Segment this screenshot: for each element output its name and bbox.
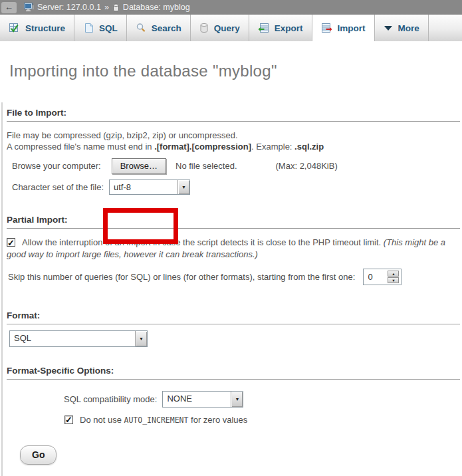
tab-label: Structure [25,23,65,33]
breadcrumb-database[interactable]: Database: myblog [123,3,190,12]
structure-icon [9,23,20,33]
skip-queries-row: Skip this number of queries (for SQL) or… [8,269,462,285]
left-border-rule [1,102,3,476]
browse-file-row: Browse your computer: Browse… No file se… [12,158,462,174]
format-heading: Format: [7,310,460,324]
tab-import[interactable]: Import [312,15,375,41]
tab-export[interactable]: Export [249,15,312,41]
breadcrumb-bar: ← Server: 127.0.0.1 » Database: myblog [0,0,462,15]
charset-select[interactable]: utf-8 ▼ [109,179,190,195]
chevron-down-icon [384,25,393,31]
tab-label: More [398,23,419,33]
sql-compatibility-select[interactable]: NONE ▼ [162,391,243,408]
import-icon [321,23,332,33]
page-title: Importing into the database "myblog" [9,61,462,81]
import-page-content: Importing into the database "myblog" Fil… [0,61,462,465]
sql-icon [83,23,94,33]
breadcrumb-separator: » [104,3,109,12]
sql-compatibility-row: SQL compatibility mode: NONE ▼ [64,391,462,408]
sql-compatibility-select-arrow-icon: ▼ [231,392,243,407]
browse-label: Browse your computer: [12,161,101,171]
allow-interrupt-text: Allow the interruption of an import in c… [22,237,384,247]
tab-label: Query [214,23,240,33]
tab-label: Import [338,23,366,33]
format-select-value: SQL [10,331,135,346]
skip-queries-label: Skip this number of queries (for SQL) or… [8,272,355,282]
compression-line2-prefix: A compressed file's name must end in [7,142,154,152]
compression-example: .sql.zip [294,142,324,152]
partial-import-heading: Partial Import: [7,215,460,229]
format-select-arrow-icon: ▼ [135,331,147,346]
tab-structure[interactable]: Structure [0,15,74,41]
breadcrumb-server[interactable]: Server: 127.0.0.1 [37,3,101,12]
sql-compatibility-label: SQL compatibility mode: [64,394,157,404]
auto-increment-prefix: Do not use [80,415,124,425]
database-icon [112,3,120,12]
sql-compatibility-select-value: NONE [163,392,231,407]
file-to-import-heading: File to Import: [7,108,460,122]
query-icon [199,23,209,33]
compression-line1: File may be compressed (gzip, bzip2, zip… [7,130,238,140]
skip-queries-input[interactable]: 0 ▲ ▼ [363,269,402,285]
auto-increment-checkbox[interactable] [64,416,73,424]
auto-increment-label: Do not use AUTO_INCREMENT for zero value… [80,415,247,425]
tab-label: SQL [99,23,118,33]
no-file-selected-text: No file selected. [175,161,237,171]
browse-button[interactable]: Browse… [112,158,166,174]
format-select[interactable]: SQL ▼ [9,330,148,347]
charset-select-value: utf-8 [110,180,177,194]
tab-more[interactable]: More [375,15,429,41]
charset-row: Character set of the file: utf-8 ▼ [12,179,462,195]
compression-pattern: .[format].[compression] [154,142,251,152]
tab-bar: Structure SQL Search Query [0,15,462,41]
go-button[interactable]: Go [20,445,57,465]
max-upload-size-text: (Max: 2,048KiB) [276,161,338,171]
skip-queries-value: 0 [366,272,372,282]
tab-label: Search [152,23,181,33]
search-icon [136,23,146,33]
tab-sql[interactable]: SQL [74,15,127,41]
compression-line2-mid: . Example: [251,142,294,152]
charset-select-arrow-icon: ▼ [177,180,189,194]
auto-increment-suffix: for zero values [188,415,247,425]
charset-label: Character set of the file: [12,182,104,192]
tab-search[interactable]: Search [127,15,191,41]
spin-up-button[interactable]: ▲ [388,271,399,277]
format-specific-options-heading: Format-Specific Options: [7,366,460,380]
back-button[interactable]: ← [1,2,17,13]
server-icon [24,3,34,12]
auto-increment-code: AUTO_INCREMENT [124,416,189,425]
spinner-buttons: ▲ ▼ [388,271,399,283]
spin-down-button[interactable]: ▼ [388,277,399,283]
allow-interrupt-row: Allow the interruption of an import in c… [7,237,453,261]
tab-label: Export [275,23,303,33]
auto-increment-row: Do not use AUTO_INCREMENT for zero value… [64,414,462,425]
export-icon [258,23,269,33]
tab-query[interactable]: Query [191,15,249,41]
compression-info-text: File may be compressed (gzip, bzip2, zip… [7,130,453,152]
allow-interrupt-checkbox[interactable] [7,238,15,247]
